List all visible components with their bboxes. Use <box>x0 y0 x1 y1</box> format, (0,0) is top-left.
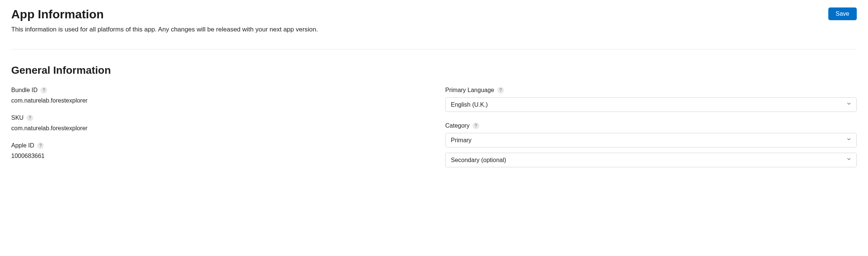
sku-value: com.naturelab.forestexplorer <box>11 125 423 132</box>
page-subtitle: This information is used for all platfor… <box>11 25 821 34</box>
apple-id-label: Apple ID <box>11 142 34 149</box>
bundle-id-value: com.naturelab.forestexplorer <box>11 97 423 104</box>
sku-label: SKU <box>11 115 24 121</box>
category-primary-select-wrap: Primary <box>445 133 857 147</box>
bundle-id-label: Bundle ID <box>11 87 37 94</box>
field-bundle-id: Bundle ID ? com.naturelab.forestexplorer <box>11 87 423 104</box>
page-header: App Information This information is used… <box>11 7 857 49</box>
category-label: Category <box>445 122 470 129</box>
help-icon[interactable]: ? <box>37 142 44 149</box>
category-secondary-select[interactable]: Secondary (optional) <box>445 153 857 167</box>
primary-language-select[interactable]: English (U.K.) <box>445 97 857 112</box>
field-label-row: SKU ? <box>11 115 423 121</box>
field-label-row: Category ? <box>445 122 857 129</box>
apple-id-value: 1000683661 <box>11 153 423 159</box>
form-columns: Bundle ID ? com.naturelab.forestexplorer… <box>11 87 857 178</box>
field-label-row: Bundle ID ? <box>11 87 423 94</box>
form-column-right: Primary Language ? English (U.K.) Catego… <box>445 87 857 178</box>
form-column-left: Bundle ID ? com.naturelab.forestexplorer… <box>11 87 423 178</box>
primary-language-label: Primary Language <box>445 87 494 94</box>
page-title: App Information <box>11 7 821 21</box>
field-primary-language: Primary Language ? English (U.K.) <box>445 87 857 112</box>
help-icon[interactable]: ? <box>473 122 479 129</box>
category-secondary-select-wrap: Secondary (optional) <box>445 153 857 167</box>
category-primary-select[interactable]: Primary <box>445 133 857 147</box>
help-icon[interactable]: ? <box>40 87 47 94</box>
category-select-stack: Primary Secondary (optional) <box>445 133 857 167</box>
field-apple-id: Apple ID ? 1000683661 <box>11 142 423 159</box>
help-icon[interactable]: ? <box>27 115 33 121</box>
section-title: General Information <box>11 64 857 76</box>
save-button[interactable]: Save <box>828 7 857 20</box>
field-label-row: Primary Language ? <box>445 87 857 94</box>
field-category: Category ? Primary Secondary (optional) <box>445 122 857 167</box>
help-icon[interactable]: ? <box>497 87 504 94</box>
primary-language-select-wrap: English (U.K.) <box>445 97 857 112</box>
header-text-block: App Information This information is used… <box>11 7 821 34</box>
field-label-row: Apple ID ? <box>11 142 423 149</box>
field-sku: SKU ? com.naturelab.forestexplorer <box>11 115 423 132</box>
